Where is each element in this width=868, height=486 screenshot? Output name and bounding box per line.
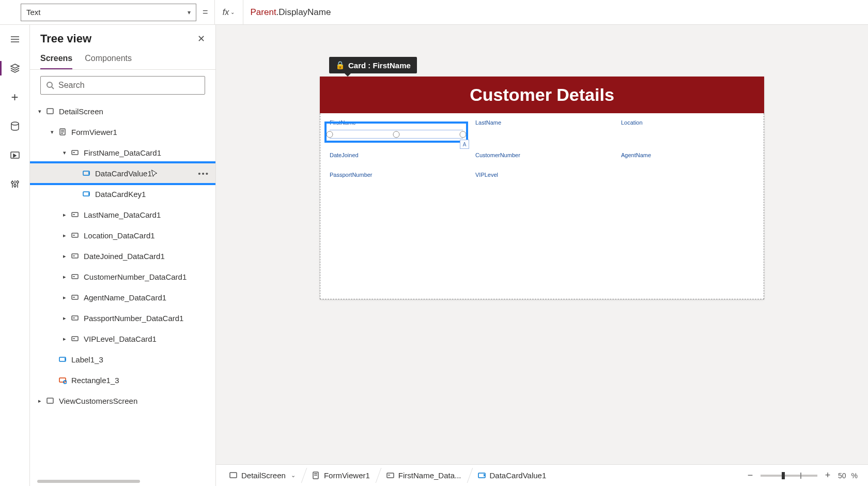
chevron-down-icon: ⌄ xyxy=(291,472,296,479)
tree-view-button[interactable] xyxy=(6,59,24,78)
field-label: CustomerNumber xyxy=(475,152,609,158)
screen-icon xyxy=(45,107,55,116)
tree-item-rectangle13[interactable]: Rectangle1_3 xyxy=(30,370,215,390)
tree-item-label: DataCardValue1 xyxy=(95,169,152,178)
data-button[interactable] xyxy=(6,117,24,135)
close-tree-button[interactable]: ✕ xyxy=(197,33,205,44)
fx-icon: fx xyxy=(223,8,229,17)
datacard-icon xyxy=(70,334,80,343)
screen-preview[interactable]: 🔒 Card : FirstName Customer Details Firs… xyxy=(320,77,764,299)
field-label: AgentName xyxy=(621,152,754,158)
equals-label: = xyxy=(203,7,208,18)
property-dropdown-label: Text xyxy=(26,8,41,17)
chevron-down-icon: ▾ xyxy=(49,129,56,135)
fx-button[interactable]: fx ⌄ xyxy=(214,0,243,25)
media-button[interactable] xyxy=(6,146,24,164)
field-location[interactable]: Location xyxy=(617,116,758,146)
field-firstname[interactable]: FirstName A xyxy=(326,116,467,146)
tree-item-label: FormViewer1 xyxy=(71,128,117,136)
tree-item-customernumber-card[interactable]: ▸ CustomerNumber_DataCard1 xyxy=(30,266,215,287)
screen-title: Customer Details xyxy=(470,85,614,104)
tree-item-passportnumber-card[interactable]: ▸ PassportNumber_DataCard1 xyxy=(30,308,215,328)
lock-icon: 🔒 xyxy=(335,60,345,70)
chevron-down-icon: ▾ xyxy=(188,9,191,16)
lock-badge: A xyxy=(460,140,469,149)
search-input[interactable]: Search xyxy=(40,76,205,95)
slider-tick xyxy=(800,473,801,479)
property-dropdown[interactable]: Text ▾ xyxy=(21,4,196,21)
database-icon xyxy=(10,121,20,131)
settings-button[interactable] xyxy=(6,175,24,193)
selected-control[interactable] xyxy=(330,130,463,139)
datacard-icon xyxy=(70,231,80,240)
hamburger-button[interactable] xyxy=(6,30,24,49)
chevron-down-icon: ▾ xyxy=(36,108,43,115)
formula-bar[interactable]: Parent.DisplayName xyxy=(243,0,868,25)
tab-components[interactable]: Components xyxy=(85,50,132,69)
tree-item-viplevel-card[interactable]: ▸ VIPLevel_DataCard1 xyxy=(30,328,215,349)
svg-rect-18 xyxy=(59,357,66,361)
zoom-percent: % xyxy=(851,472,858,480)
crumb-datacardvalue[interactable]: DataCardValue1 xyxy=(470,465,555,486)
resize-handle[interactable] xyxy=(460,131,467,138)
tree-item-label: DetailScreen xyxy=(59,107,103,116)
zoom-out-button[interactable]: − xyxy=(745,470,755,481)
field-label: FirstName xyxy=(330,119,463,126)
field-datejoined[interactable]: DateJoined xyxy=(326,149,467,165)
tree-item-label: Rectangle1_3 xyxy=(71,376,119,385)
tree-item-datacardvalue[interactable]: DataCardValue1 ••• xyxy=(30,163,215,184)
chevron-down-icon: ⌄ xyxy=(230,9,235,15)
tree-item-agentname-card[interactable]: ▸ AgentName_DataCard1 xyxy=(30,287,215,308)
zoom-in-button[interactable]: + xyxy=(823,470,833,481)
label-icon xyxy=(82,169,91,178)
svg-point-0 xyxy=(11,122,19,125)
crumb-formviewer[interactable]: FormViewer1 xyxy=(304,465,378,486)
tree-scroll[interactable]: ▾ DetailScreen ▾ FormViewer1 ▾ FirstName… xyxy=(30,101,215,478)
field-label: LastName xyxy=(475,119,609,126)
tree-item-viewcustomers[interactable]: ▸ ViewCustomersScreen xyxy=(30,390,215,411)
zoom-slider[interactable] xyxy=(761,475,817,477)
field-agentname[interactable]: AgentName xyxy=(617,149,758,165)
field-customernumber[interactable]: CustomerNumber xyxy=(471,149,613,165)
tree-item-firstname-card[interactable]: ▾ FirstName_DataCard1 xyxy=(30,142,215,163)
chevron-right-icon: ▸ xyxy=(61,232,68,239)
selection-tag-label: Card : FirstName xyxy=(348,61,411,70)
tree-item-label: ViewCustomersScreen xyxy=(59,397,137,405)
crumb-detailscreen[interactable]: DetailScreen ⌄ xyxy=(221,465,304,486)
field-lastname[interactable]: LastName xyxy=(471,116,613,146)
tree-item-label: LastName_DataCard1 xyxy=(84,210,161,219)
selection-tag: 🔒 Card : FirstName xyxy=(329,57,417,73)
field-passportnumber[interactable]: PassportNumber xyxy=(326,169,467,185)
tree-tabs: Screens Components xyxy=(30,50,215,70)
datacard-icon xyxy=(70,272,80,281)
form-icon xyxy=(312,472,320,479)
insert-button[interactable]: + xyxy=(6,88,24,107)
tree-item-detailscreen[interactable]: ▾ DetailScreen xyxy=(30,101,215,122)
tree-item-datejoined-card[interactable]: ▸ DateJoined_DataCard1 xyxy=(30,246,215,266)
svg-rect-19 xyxy=(59,378,66,382)
more-button[interactable]: ••• xyxy=(198,169,209,178)
main-area: + Tree view ✕ Screens Components Search xyxy=(0,25,868,486)
resize-handle[interactable] xyxy=(327,131,333,138)
tree-panel: Tree view ✕ Screens Components Search ▾ … xyxy=(30,25,216,486)
field-viplevel[interactable]: VIPLevel xyxy=(471,169,613,185)
zoom-control: − + 50 % xyxy=(745,470,863,481)
chevron-right-icon: ▸ xyxy=(36,398,43,404)
tree-item-formviewer[interactable]: ▾ FormViewer1 xyxy=(30,122,215,142)
chevron-right-icon: ▸ xyxy=(61,315,68,322)
left-rail: + xyxy=(0,25,30,486)
tree-item-location-card[interactable]: ▸ Location_DataCard1 xyxy=(30,225,215,246)
svg-point-2 xyxy=(11,181,13,184)
field-label: DateJoined xyxy=(330,152,463,158)
crumb-firstnamecard[interactable]: FirstName_Data... xyxy=(378,465,470,486)
horizontal-scrollbar[interactable] xyxy=(37,479,208,484)
tree-item-label13[interactable]: Label1_3 xyxy=(30,349,215,370)
field-value-firstname[interactable] xyxy=(330,130,463,139)
svg-rect-24 xyxy=(387,473,394,478)
tree-item-lastname-card[interactable]: ▸ LastName_DataCard1 xyxy=(30,204,215,225)
slider-thumb[interactable] xyxy=(782,472,785,479)
resize-handle[interactable] xyxy=(393,131,400,138)
tab-screens[interactable]: Screens xyxy=(40,50,72,69)
tree-item-datacardkey[interactable]: DataCardKey1 xyxy=(30,184,215,204)
tree-item-label: FirstName_DataCard1 xyxy=(84,148,161,157)
